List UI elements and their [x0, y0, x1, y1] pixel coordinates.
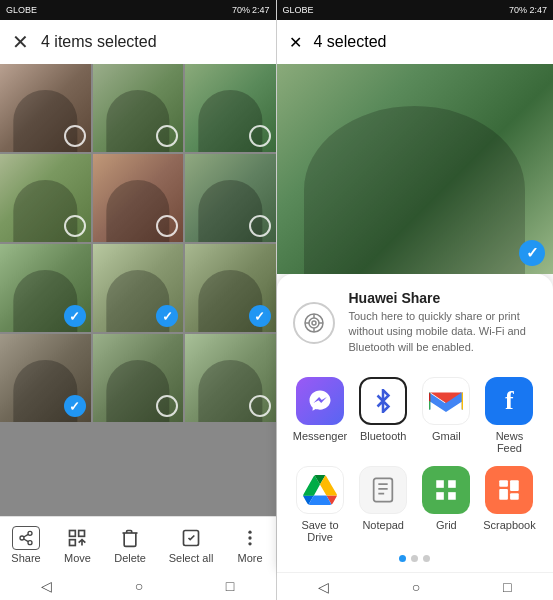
- photo-cell-10[interactable]: ✓: [0, 334, 91, 422]
- right-close-button[interactable]: ✕: [289, 33, 302, 52]
- app-gmail[interactable]: Gmail: [419, 377, 474, 454]
- check-empty-4: [64, 215, 86, 237]
- grid-label: Grid: [436, 519, 457, 531]
- right-battery: 70%: [509, 5, 527, 15]
- app-drive[interactable]: Save to Drive: [293, 466, 348, 543]
- app-grid[interactable]: Grid: [419, 466, 474, 543]
- scrapbook-label: Scrapbook: [483, 519, 536, 531]
- delete-button[interactable]: Delete: [114, 526, 146, 564]
- check-empty-11: [156, 395, 178, 417]
- drive-label: Save to Drive: [293, 519, 348, 543]
- share-label: Share: [11, 552, 40, 564]
- check-selected-8: ✓: [156, 305, 178, 327]
- check-empty-5: [156, 215, 178, 237]
- right-nav-home[interactable]: ○: [412, 579, 420, 595]
- svg-rect-7: [70, 539, 76, 545]
- check-empty-2: [156, 125, 178, 147]
- svg-rect-28: [448, 492, 456, 500]
- check-selected-10: ✓: [64, 395, 86, 417]
- left-top-bar: ✕ 4 items selected: [0, 20, 276, 64]
- select-all-button[interactable]: Select all: [169, 526, 214, 564]
- app-newsfeed[interactable]: f News Feed: [482, 377, 537, 454]
- right-panel: GLOBE 70% 2:47 ✕ 4 selected ✓: [277, 0, 554, 600]
- app-notepad[interactable]: Notepad: [356, 466, 411, 543]
- app-bluetooth[interactable]: Bluetooth: [356, 377, 411, 454]
- left-status-bar: GLOBE 70% 2:47: [0, 0, 276, 20]
- left-time: 2:47: [252, 5, 270, 15]
- move-button[interactable]: Move: [63, 526, 91, 564]
- photo-cell-1[interactable]: [0, 64, 91, 152]
- svg-point-0: [28, 531, 32, 535]
- svg-rect-27: [437, 492, 445, 500]
- huawei-share-row[interactable]: Huawei Share Touch here to quickly share…: [293, 290, 538, 355]
- left-battery: 70%: [232, 5, 250, 15]
- delete-label: Delete: [114, 552, 146, 564]
- photo-cell-6[interactable]: [185, 154, 276, 242]
- photo-cell-11[interactable]: [93, 334, 184, 422]
- move-label: Move: [64, 552, 91, 564]
- left-panel: GLOBE 70% 2:47 ✕ 4 items selected: [0, 0, 276, 600]
- photo-cell-5[interactable]: [93, 154, 184, 242]
- share-apps-grid: Messenger Bluetooth: [293, 377, 538, 543]
- bluetooth-icon: [359, 377, 407, 425]
- newsfeed-label: News Feed: [482, 430, 537, 454]
- svg-point-2: [28, 540, 32, 544]
- huawei-share-text: Huawei Share Touch here to quickly share…: [349, 290, 538, 355]
- svg-rect-6: [79, 530, 85, 536]
- drive-icon: [296, 466, 344, 514]
- photo-cell-12[interactable]: [185, 334, 276, 422]
- hero-photo[interactable]: ✓: [277, 64, 554, 274]
- hero-check: ✓: [519, 240, 545, 266]
- check-empty-6: [249, 215, 271, 237]
- svg-rect-29: [500, 480, 509, 487]
- nav-back[interactable]: ◁: [41, 578, 52, 594]
- nav-home[interactable]: ○: [135, 578, 143, 594]
- left-bottom-bar: Share Move Delete: [0, 516, 276, 572]
- svg-point-10: [248, 536, 251, 539]
- dot-1: [399, 555, 406, 562]
- move-icon: [63, 526, 91, 550]
- svg-point-1: [20, 536, 24, 540]
- photo-cell-7[interactable]: ✓: [0, 244, 91, 332]
- right-nav-bar: ◁ ○ □: [277, 572, 554, 600]
- bluetooth-label: Bluetooth: [360, 430, 406, 442]
- huawei-share-title: Huawei Share: [349, 290, 538, 306]
- right-carrier: GLOBE: [283, 5, 314, 15]
- left-battery-time: 70% 2:47: [232, 5, 270, 15]
- dot-2: [411, 555, 418, 562]
- messenger-icon: [296, 377, 344, 425]
- right-nav-back[interactable]: ◁: [318, 579, 329, 595]
- share-button[interactable]: Share: [11, 526, 40, 564]
- dot-3: [423, 555, 430, 562]
- app-messenger[interactable]: Messenger: [293, 377, 348, 454]
- right-battery-time: 70% 2:47: [509, 5, 547, 15]
- nav-recents[interactable]: □: [226, 578, 234, 594]
- photo-cell-4[interactable]: [0, 154, 91, 242]
- app-scrapbook[interactable]: Scrapbook: [482, 466, 537, 543]
- share-bottom-sheet: Huawei Share Touch here to quickly share…: [277, 274, 554, 572]
- photo-cell-8[interactable]: ✓: [93, 244, 184, 332]
- grid-icon: [422, 466, 470, 514]
- left-title: 4 items selected: [41, 33, 264, 51]
- svg-rect-26: [448, 480, 456, 488]
- right-status-bar: GLOBE 70% 2:47: [277, 0, 554, 20]
- svg-line-3: [24, 539, 29, 542]
- photo-cell-2[interactable]: [93, 64, 184, 152]
- svg-rect-20: [462, 393, 463, 410]
- page-dots: [293, 555, 538, 562]
- right-title: 4 selected: [314, 33, 387, 51]
- check-selected-9: ✓: [249, 305, 271, 327]
- check-empty-3: [249, 125, 271, 147]
- right-nav-recents[interactable]: □: [503, 579, 511, 595]
- svg-rect-25: [437, 480, 445, 488]
- svg-rect-21: [374, 479, 393, 502]
- more-button[interactable]: More: [236, 526, 264, 564]
- delete-icon: [116, 526, 144, 550]
- messenger-label: Messenger: [293, 430, 347, 442]
- check-empty-12: [249, 395, 271, 417]
- photo-cell-9[interactable]: ✓: [185, 244, 276, 332]
- photo-cell-3[interactable]: [185, 64, 276, 152]
- left-close-button[interactable]: ✕: [12, 30, 29, 54]
- gmail-label: Gmail: [432, 430, 461, 442]
- huawei-share-description: Touch here to quickly share or print wit…: [349, 309, 538, 355]
